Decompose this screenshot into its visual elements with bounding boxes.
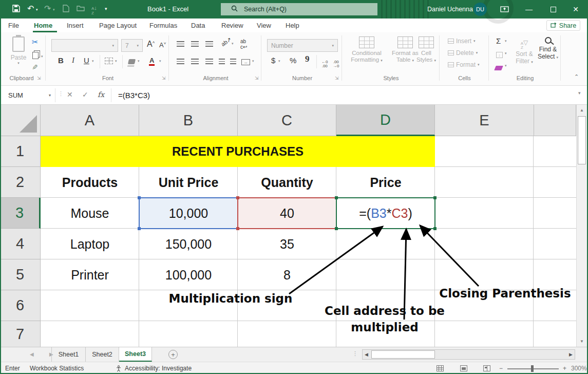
format-painter-icon[interactable]: ✎ [32, 63, 38, 71]
align-left-icon[interactable] [177, 57, 184, 66]
zoom-level[interactable]: 300% [571, 365, 587, 372]
normal-view-icon[interactable] [437, 365, 444, 371]
percent-style-icon[interactable]: % [290, 56, 296, 65]
vertical-scrollbar[interactable]: ▲ ▼ [576, 105, 587, 347]
increase-decimal-icon[interactable]: ←0.00 [321, 56, 328, 69]
font-name-select[interactable]: ▾ [51, 39, 118, 52]
shrink-font-icon[interactable]: A˅ [159, 41, 166, 49]
tab-view[interactable]: View [257, 22, 271, 29]
cell-c2[interactable]: Quantity [238, 167, 336, 198]
row-header-3[interactable]: 3 [0, 198, 41, 229]
tab-file[interactable]: File [8, 22, 19, 29]
align-bottom-icon[interactable] [205, 40, 213, 49]
workbook-statistics[interactable]: Workbook Statistics [30, 365, 84, 372]
copy-icon[interactable] [32, 52, 39, 61]
column-header-b[interactable]: B [139, 105, 238, 136]
tab-home[interactable]: Home [34, 22, 52, 29]
delete-cells-button[interactable]: Delete▾ [448, 49, 478, 57]
find-select-button[interactable]: Find & Select ▾ [536, 36, 560, 61]
font-size-select[interactable]: 7▾ [121, 39, 143, 52]
orientation-dropdown-icon[interactable]: ▾ [232, 42, 234, 46]
orientation-icon[interactable]: ab↗ [220, 36, 233, 48]
italic-button[interactable]: I [72, 56, 74, 65]
expand-formula-bar-icon[interactable]: ▾ [578, 90, 581, 96]
zoom-slider-thumb[interactable] [531, 365, 534, 372]
row-header-6[interactable]: 6 [0, 290, 41, 321]
cell-a3[interactable]: Mouse [41, 198, 139, 229]
tab-insert[interactable]: Insert [67, 22, 84, 29]
avatar[interactable]: DU [473, 3, 487, 16]
cell-a1-title[interactable]: RECENT PURCHASES [41, 136, 435, 167]
wrap-text-icon[interactable]: abc↩ [240, 39, 247, 50]
fill-color-dropdown-icon[interactable]: ▾ [138, 59, 140, 63]
cell-d2[interactable]: Price [336, 167, 435, 198]
borders-icon[interactable] [105, 57, 113, 66]
undo-icon[interactable]: ↶ [27, 5, 34, 13]
row-header-2[interactable]: 2 [0, 167, 41, 198]
zoom-in-icon[interactable]: + [563, 365, 566, 372]
paste-button[interactable]: Paste ▾ [6, 36, 31, 65]
column-header-a[interactable]: A [41, 105, 139, 136]
copy-dropdown-icon[interactable]: ▾ [41, 54, 43, 59]
align-middle-icon[interactable] [191, 40, 199, 49]
scroll-right-icon[interactable]: ▶ [569, 352, 573, 357]
tab-splitter-handle[interactable]: ⋮ [352, 350, 358, 357]
cell-grid[interactable]: RECENT PURCHASES Products Unit Price Qua… [41, 136, 576, 347]
tab-help[interactable]: Help [286, 22, 299, 29]
decrease-indent-icon[interactable] [219, 57, 225, 66]
align-center-icon[interactable] [191, 57, 199, 66]
column-header-partial[interactable] [534, 105, 576, 136]
cell-a2[interactable]: Products [41, 167, 139, 198]
row-header-4[interactable]: 4 [0, 229, 41, 259]
save-icon[interactable] [12, 5, 20, 13]
search-box[interactable]: Search (Alt+Q) [221, 3, 377, 15]
clear-dropdown-icon[interactable]: ▾ [505, 64, 507, 68]
undo-dropdown-icon[interactable]: ▾ [36, 8, 38, 11]
insert-cells-button[interactable]: Insert▾ [448, 38, 476, 45]
scroll-left-icon[interactable]: ◀ [365, 352, 368, 357]
accounting-format-icon[interactable]: $ [271, 56, 275, 65]
cell-c3-highlighted[interactable]: 40 [237, 197, 337, 229]
merge-center-icon[interactable]: ↔ [241, 57, 250, 66]
collapse-ribbon-icon[interactable]: ⌃ [574, 73, 579, 80]
formula-bar-handle[interactable]: ⋮ [58, 90, 63, 97]
row-header-5[interactable]: 5 [0, 259, 41, 290]
page-layout-view-icon[interactable] [460, 365, 467, 371]
format-cells-button[interactable]: Format▾ [448, 61, 480, 68]
cell-b2[interactable]: Unit Price [139, 167, 238, 198]
maximize-button[interactable] [542, 0, 564, 18]
sort-filter-button[interactable]: AZ▽ Sort & Filter ▾ [513, 38, 536, 65]
column-header-d[interactable]: D [336, 105, 435, 136]
tab-formulas[interactable]: Formulas [149, 22, 177, 29]
ribbon-display-options-icon[interactable] [500, 5, 509, 14]
conditional-formatting-button[interactable]: Conditional Formatting ▾ [346, 36, 387, 64]
minimize-button[interactable]: — [518, 0, 540, 18]
row-header-7[interactable]: 7 [0, 321, 41, 347]
cell-a4[interactable]: Laptop [41, 229, 139, 259]
add-sheet-button[interactable]: + [168, 350, 178, 359]
fill-color-icon[interactable] [128, 57, 135, 66]
bold-button[interactable]: B [58, 56, 64, 65]
column-header-e[interactable]: E [435, 105, 534, 136]
align-top-icon[interactable] [177, 40, 184, 49]
horizontal-scroll-thumb[interactable] [371, 350, 435, 359]
clipboard-dialog-launcher[interactable]: ⇲ [37, 76, 41, 81]
cell-c4[interactable]: 35 [238, 229, 336, 259]
user-name[interactable]: Daniel Uchenna [427, 6, 473, 13]
decrease-decimal-icon[interactable]: .00→0 [333, 56, 339, 69]
fill-icon[interactable]: ↓ [496, 49, 503, 59]
sheet-tab-sheet1[interactable]: Sheet1 [51, 347, 86, 362]
cell-a5[interactable]: Printer [41, 259, 139, 290]
page-break-view-icon[interactable] [483, 365, 490, 371]
cell-d3-active-formula[interactable]: =( B3 * C3 ) [336, 197, 435, 229]
column-header-c[interactable]: C [238, 105, 336, 136]
cut-icon[interactable]: ✂ [32, 38, 39, 47]
font-color-icon[interactable]: A [149, 55, 155, 66]
tab-review[interactable]: Review [221, 22, 243, 29]
formula-input[interactable]: =(B3*C3) [118, 91, 150, 100]
increase-indent-icon[interactable] [230, 57, 236, 66]
close-button[interactable]: ✕ [564, 0, 587, 18]
horizontal-scrollbar[interactable]: ◀ ▶ [362, 349, 575, 360]
number-dialog-launcher[interactable]: ⇲ [335, 76, 339, 81]
cell-c5[interactable]: 8 [238, 259, 336, 290]
